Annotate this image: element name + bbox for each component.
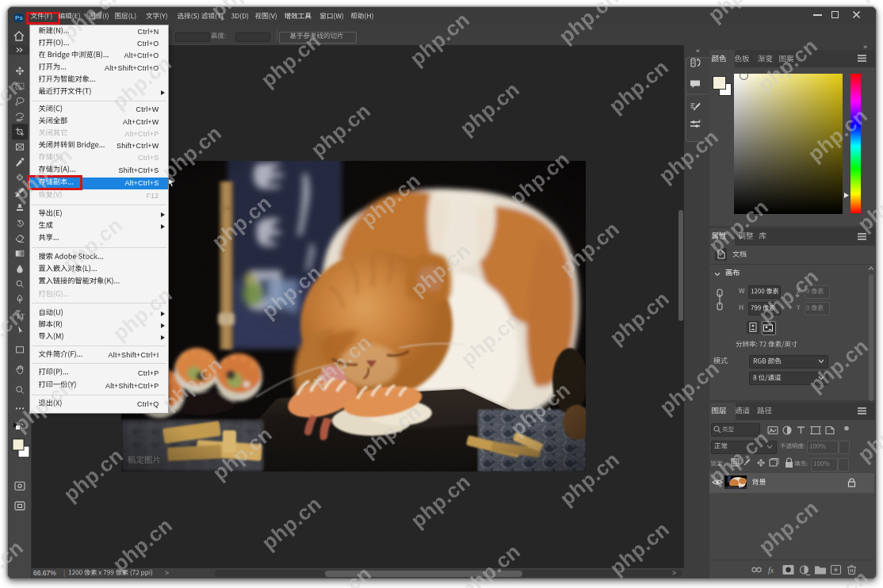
- svg-text:fx: fx: [768, 566, 774, 575]
- svg-text:T: T: [21, 312, 25, 320]
